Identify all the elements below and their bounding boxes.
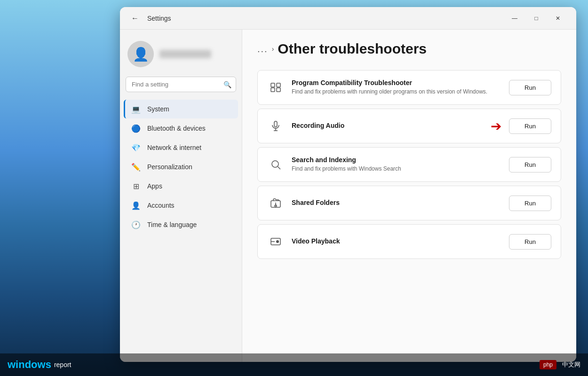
user-name	[159, 50, 211, 58]
shared-folders-action: Run	[509, 196, 551, 211]
window-title: Settings	[147, 15, 171, 22]
search-icon: 🔍	[223, 81, 231, 88]
maximize-button[interactable]: □	[525, 11, 547, 26]
troubleshooter-item-shared-folders: Shared Folders Run	[257, 186, 561, 220]
window-controls: — □ ✕	[504, 11, 569, 26]
sidebar-item-system[interactable]: 💻 System	[124, 100, 238, 118]
troubleshooter-item-video-playback: Video Playback Run	[257, 224, 561, 259]
user-section: 👤	[120, 35, 242, 77]
php-badge-group: php 中文网	[540, 360, 580, 369]
network-icon: 💎	[131, 143, 141, 152]
shared-folders-run-button[interactable]: Run	[509, 196, 551, 211]
cn-text: 中文网	[562, 360, 580, 369]
content-panel: ... › Other troubleshooters Program Comp…	[242, 30, 576, 362]
system-icon: 💻	[131, 104, 141, 114]
video-playback-info: Video Playback	[292, 237, 501, 246]
sidebar-item-accounts-label: Accounts	[147, 202, 175, 209]
page-title: Other troubleshooters	[278, 41, 427, 57]
title-bar-left: ← Settings	[127, 12, 504, 24]
sidebar-item-network[interactable]: 💎 Network & internet	[124, 138, 238, 157]
shared-folders-icon	[267, 195, 284, 212]
program-compatibility-icon	[267, 79, 284, 96]
search-indexing-icon	[267, 156, 284, 173]
sidebar-item-system-label: System	[147, 105, 169, 113]
program-compatibility-desc: Find and fix problems with running older…	[292, 88, 501, 96]
accounts-icon: 👤	[131, 201, 141, 210]
video-playback-icon	[267, 233, 284, 250]
bluetooth-icon: 🔵	[131, 124, 141, 133]
troubleshooter-item-program-compatibility: Program Compatibility Troubleshooter Fin…	[257, 70, 561, 105]
sidebar-item-bluetooth[interactable]: 🔵 Bluetooth & devices	[124, 119, 238, 138]
search-box: 🔍	[126, 77, 236, 92]
svg-rect-1	[277, 83, 280, 87]
bottom-bar: windows report php 中文网	[0, 353, 588, 376]
php-badge: php	[540, 360, 556, 369]
sidebar-item-apps-label: Apps	[147, 182, 162, 190]
personalization-icon: ✏️	[131, 162, 141, 172]
sidebar-item-apps[interactable]: ⊞ Apps	[124, 177, 238, 196]
svg-rect-4	[274, 121, 277, 127]
apps-icon: ⊞	[131, 181, 141, 191]
red-arrow-icon: ➔	[491, 118, 501, 134]
user-icon: 👤	[133, 47, 149, 62]
search-input[interactable]	[126, 77, 236, 92]
video-playback-run-button[interactable]: Run	[509, 234, 551, 250]
wr-report-text: report	[54, 361, 72, 368]
back-button[interactable]: ←	[127, 12, 143, 24]
sidebar-item-time-label: Time & language	[147, 221, 197, 228]
recording-audio-icon	[267, 118, 284, 134]
sidebar-item-bluetooth-label: Bluetooth & devices	[147, 125, 206, 132]
sidebar-nav: 💻 System 🔵 Bluetooth & devices 💎 Network…	[120, 100, 242, 234]
program-compatibility-run-button[interactable]: Run	[509, 80, 551, 95]
video-playback-action: Run	[509, 234, 551, 250]
search-indexing-action: Run	[509, 157, 551, 172]
sidebar-item-personalization[interactable]: ✏️ Personalization	[124, 157, 238, 176]
svg-rect-0	[271, 83, 275, 87]
recording-audio-action: ➔ Run	[491, 118, 551, 134]
svg-line-8	[278, 167, 281, 170]
recording-audio-title: Recording Audio	[292, 122, 483, 129]
troubleshooter-item-search-indexing: Search and Indexing Find and fix problem…	[257, 147, 561, 182]
sidebar-item-personalization-label: Personalization	[147, 163, 192, 171]
sidebar-item-network-label: Network & internet	[147, 144, 201, 151]
windows-report-logo: windows report	[8, 360, 71, 370]
svg-point-7	[272, 161, 278, 167]
time-icon: 🕐	[131, 220, 141, 229]
program-compatibility-action: Run	[509, 80, 551, 95]
recording-audio-info: Recording Audio	[292, 122, 483, 131]
program-compatibility-info: Program Compatibility Troubleshooter Fin…	[292, 79, 501, 96]
close-button[interactable]: ✕	[547, 11, 569, 26]
shared-folders-title: Shared Folders	[292, 199, 501, 206]
svg-point-13	[276, 240, 279, 243]
shared-folders-info: Shared Folders	[292, 199, 501, 208]
program-compatibility-title: Program Compatibility Troubleshooter	[292, 79, 501, 86]
search-indexing-title: Search and Indexing	[292, 156, 501, 164]
video-playback-title: Video Playback	[292, 237, 501, 245]
svg-rect-3	[277, 88, 280, 92]
sidebar: 👤 🔍 💻 System 🔵 Bluetooth & devices	[120, 30, 242, 362]
minimize-button[interactable]: —	[504, 11, 525, 26]
breadcrumb-dots[interactable]: ...	[257, 44, 268, 55]
wr-windows-text: windows	[8, 360, 51, 370]
recording-audio-arrow: ➔	[491, 118, 501, 134]
search-indexing-info: Search and Indexing Find and fix problem…	[292, 156, 501, 173]
settings-window: ← Settings — □ ✕ 👤 🔍	[120, 7, 576, 362]
troubleshooter-item-recording-audio: Recording Audio ➔ Run	[257, 109, 561, 143]
page-header: ... › Other troubleshooters	[257, 41, 561, 57]
sidebar-item-time[interactable]: 🕐 Time & language	[124, 215, 238, 234]
recording-audio-run-button[interactable]: Run	[509, 118, 551, 134]
avatar: 👤	[127, 41, 154, 67]
title-bar: ← Settings — □ ✕	[120, 7, 576, 30]
svg-rect-2	[271, 88, 275, 92]
search-indexing-desc: Find and fix problems with Windows Searc…	[292, 165, 501, 173]
sidebar-item-accounts[interactable]: 👤 Accounts	[124, 196, 238, 215]
main-content: 👤 🔍 💻 System 🔵 Bluetooth & devices	[120, 30, 576, 362]
breadcrumb-chevron: ›	[272, 45, 274, 53]
search-indexing-run-button[interactable]: Run	[509, 157, 551, 172]
